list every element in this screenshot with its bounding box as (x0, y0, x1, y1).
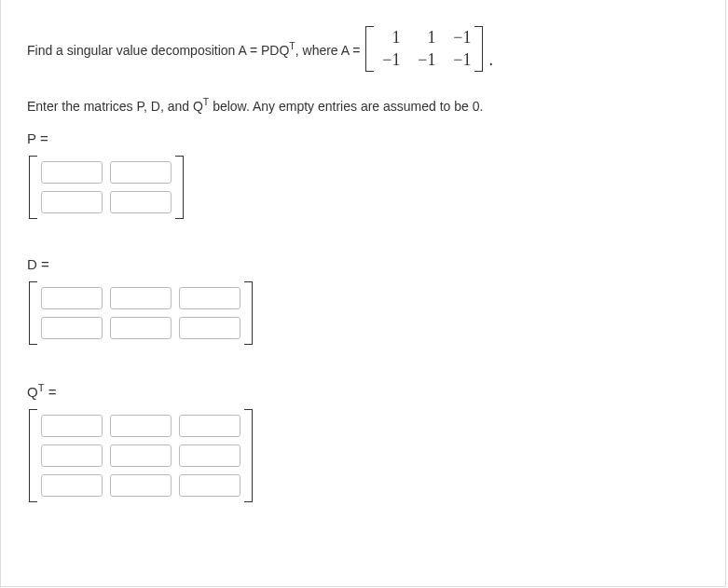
matrix-A: 1 1 −1 −1 −1 −1 (365, 26, 483, 72)
QT-input-1-1[interactable] (110, 444, 172, 467)
P-input-1-0[interactable] (41, 191, 103, 213)
bracket-left (29, 409, 37, 502)
A-0-2: −1 (448, 28, 471, 48)
label-D: D = (27, 256, 699, 272)
P-input-0-1[interactable] (110, 161, 172, 184)
bracket-right (175, 156, 184, 219)
QT-input-0-2[interactable] (179, 415, 240, 437)
QT-input-2-2[interactable] (179, 474, 240, 497)
bracket-right (244, 409, 253, 502)
superscript-T-3: T (38, 382, 45, 393)
matrix-QT (29, 409, 253, 502)
matrix-P (29, 156, 184, 219)
label-QT: QT = (27, 382, 699, 400)
QT-input-0-0[interactable] (41, 415, 103, 437)
D-input-1-0[interactable] (41, 317, 103, 339)
matrix-A-body: 1 1 −1 −1 −1 −1 (374, 26, 474, 72)
A-0-1: 1 (413, 28, 435, 48)
bracket-right (244, 281, 253, 345)
instruction-text: Enter the matrices P, D, and QT below. A… (27, 96, 699, 114)
D-input-1-2[interactable] (179, 317, 240, 339)
D-input-1-1[interactable] (110, 317, 172, 339)
A-1-1: −1 (413, 50, 435, 71)
prompt-period: . (488, 50, 493, 75)
bracket-left (29, 281, 37, 345)
bracket-left (365, 26, 374, 72)
QT-input-2-0[interactable] (41, 474, 103, 497)
matrix-D (29, 281, 253, 345)
bracket-right (474, 26, 483, 72)
QT-input-2-1[interactable] (110, 474, 172, 497)
label-P: P = (27, 130, 699, 146)
A-1-0: −1 (378, 50, 400, 71)
bracket-left (29, 156, 37, 219)
QT-input-0-1[interactable] (110, 415, 172, 437)
D-input-0-1[interactable] (110, 287, 172, 309)
D-input-0-0[interactable] (41, 287, 103, 309)
question-page: Find a singular value decomposition A = … (0, 0, 726, 587)
prompt-row: Find a singular value decomposition A = … (27, 22, 699, 75)
D-input-0-2[interactable] (179, 287, 240, 309)
QT-input-1-2[interactable] (179, 444, 240, 467)
A-0-0: 1 (378, 28, 400, 48)
P-input-1-1[interactable] (110, 191, 172, 213)
P-input-0-0[interactable] (41, 161, 103, 184)
A-1-2: −1 (448, 50, 471, 71)
prompt-text-before: Find a singular value decomposition A = … (27, 40, 360, 58)
QT-input-1-0[interactable] (41, 444, 103, 467)
